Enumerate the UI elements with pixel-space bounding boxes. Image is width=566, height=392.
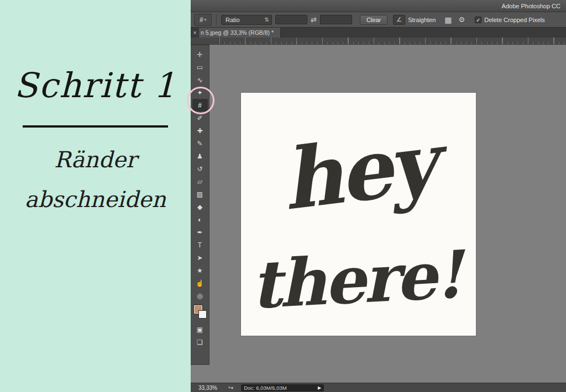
marquee-tool[interactable]: ▭: [192, 61, 208, 73]
pen-tool[interactable]: ✒: [192, 226, 208, 239]
shape-tool[interactable]: ★: [192, 264, 208, 277]
move-tool[interactable]: ✛: [192, 48, 208, 61]
path-selection-tool[interactable]: ➤: [192, 251, 208, 264]
tool-icon: ↺: [197, 165, 202, 173]
zoom-tool[interactable]: ◎: [192, 289, 208, 302]
straighten-label: Straighten: [408, 17, 436, 23]
separator: [216, 14, 217, 25]
updown-arrows-icon: ⇅: [265, 17, 269, 23]
tool-icon: ➤: [197, 254, 202, 262]
open-document-image[interactable]: hey there!: [241, 93, 476, 336]
photoshop-window: Adobe Photoshop CC # ▾ Ratio ⇅ ⇄ Clear ∠…: [191, 0, 566, 392]
tool-icon: ∿: [197, 76, 202, 84]
tool-icon: T: [198, 241, 202, 249]
document-tab[interactable]: n 5.jpeg @ 33,3% (RGB/8) *: [199, 28, 281, 38]
blur-tool[interactable]: ◆: [192, 200, 208, 213]
zoom-level[interactable]: 33,33%: [198, 385, 217, 391]
document-tab-title: n 5.jpeg @ 33,3% (RGB/8) *: [201, 29, 274, 36]
screen-mode-button[interactable]: ❏: [192, 336, 208, 348]
crop-tool-highlight-annotation: [187, 87, 214, 114]
quick-mask-button[interactable]: ▣: [192, 323, 208, 336]
tool-icon: ✚: [197, 127, 202, 135]
lettering-line2: there!: [249, 236, 469, 324]
tool-icon: ▱: [197, 178, 202, 186]
tool-icon: ◆: [197, 203, 202, 211]
tool-icon: ◐: [198, 216, 202, 224]
status-menu-arrow-icon[interactable]: ▶: [318, 385, 321, 390]
tool-icon: ☝: [196, 279, 204, 287]
type-tool[interactable]: T: [192, 239, 208, 251]
tool-icon: ✎: [197, 140, 202, 147]
chevron-down-icon: ▾: [205, 18, 207, 22]
lettering-line1: hey: [276, 112, 455, 229]
ratio-label: Ratio: [226, 17, 240, 23]
brush-tool[interactable]: ✎: [192, 137, 208, 150]
tool-icon: ♟: [197, 152, 203, 160]
lasso-tool[interactable]: ∿: [192, 73, 208, 86]
straighten-button[interactable]: ∠ Straighten: [393, 15, 436, 25]
title-underline: [23, 125, 168, 128]
subtitle-line1: Ränder: [0, 140, 191, 179]
ratio-dropdown[interactable]: Ratio ⇅: [221, 15, 272, 25]
tool-icon: ★: [197, 267, 203, 274]
canvas-area: ✛ ▭ ∿ ✦ # ✐ ✚ ✎: [191, 45, 566, 383]
gear-icon[interactable]: ⚙: [459, 15, 465, 24]
tool-icon: ◎: [197, 292, 202, 300]
swap-dimensions-icon[interactable]: ⇄: [311, 15, 317, 24]
straighten-icon: ∠: [393, 15, 405, 25]
export-arrow-icon[interactable]: ↪: [228, 384, 233, 391]
delete-cropped-pixels-option[interactable]: ✓ Delete Cropped Pixels: [475, 17, 544, 23]
tool-icon: ✒: [197, 229, 202, 236]
delete-cropped-pixels-label: Delete Cropped Pixels: [484, 17, 544, 23]
clear-button[interactable]: Clear: [360, 15, 387, 25]
crop-width-input[interactable]: [275, 15, 307, 24]
hand-tool[interactable]: ☝: [192, 277, 208, 289]
tutorial-panel: Schritt 1 Ränder abschneiden: [0, 0, 191, 392]
step-title: Schritt 1: [0, 65, 191, 105]
healing-brush-tool[interactable]: ✚: [192, 124, 208, 137]
screenshot-stage: Schritt 1 Ränder abschneiden Adobe Photo…: [0, 0, 566, 392]
background-color-swatch[interactable]: [198, 310, 207, 319]
tool-icon: ❏: [197, 338, 203, 346]
close-icon[interactable]: ×: [191, 28, 199, 38]
document-tab-bar: × n 5.jpeg @ 33,3% (RGB/8) *: [191, 28, 566, 38]
status-bar: 33,33% ↪ Doc: 6,03M/6,03M ▶: [191, 383, 566, 392]
tool-icon: ▭: [197, 63, 203, 71]
crop-options-bar: # ▾ Ratio ⇅ ⇄ Clear ∠ Straighten ▦ ⚙ ✓ D…: [191, 12, 566, 28]
tool-preset-picker[interactable]: # ▾: [194, 14, 212, 26]
app-title: Adobe Photoshop CC: [502, 3, 560, 9]
gradient-tool[interactable]: ▨: [192, 188, 208, 200]
tool-icon: ▣: [197, 326, 203, 333]
eraser-tool[interactable]: ▱: [192, 175, 208, 188]
history-brush-tool[interactable]: ↺: [192, 162, 208, 175]
hand-lettering-artwork: hey there!: [241, 93, 476, 336]
subtitle-line2: abschneiden: [0, 179, 191, 219]
crop-height-input[interactable]: [320, 15, 352, 24]
crop-icon: #: [200, 16, 203, 24]
tool-icon: ▨: [197, 190, 203, 198]
tool-icon: ✛: [197, 51, 202, 59]
doc-size-label: Doc: 6,03M/6,03M: [244, 385, 287, 391]
tool-icon: ✐: [197, 114, 202, 122]
overlay-grid-icon[interactable]: ▦: [444, 15, 452, 24]
color-swatches[interactable]: [192, 304, 208, 323]
titlebar: Adobe Photoshop CC: [191, 0, 566, 12]
clone-stamp-tool[interactable]: ♟: [192, 150, 208, 162]
document-size-indicator[interactable]: Doc: 6,03M/6,03M ▶: [241, 384, 324, 391]
dodge-tool[interactable]: ◐: [192, 213, 208, 226]
horizontal-ruler: [191, 38, 566, 45]
checkbox-checked-icon[interactable]: ✓: [475, 17, 481, 23]
